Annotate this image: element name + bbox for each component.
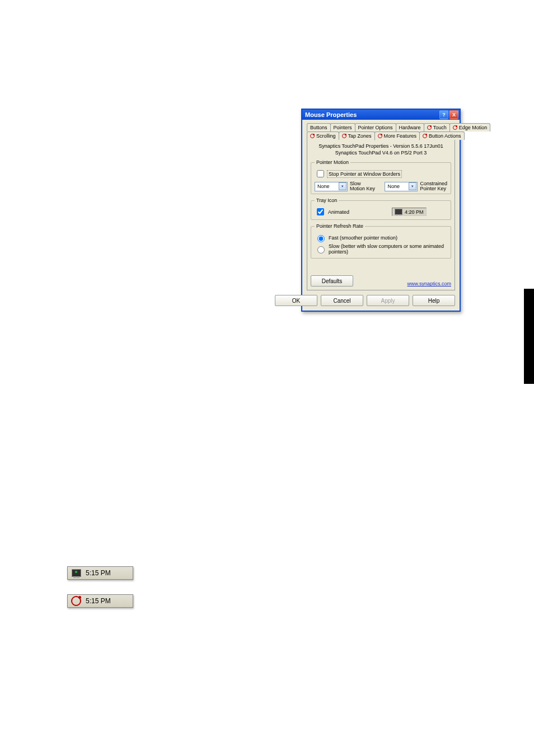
tabs: Buttons Pointers Pointer Options Hardwar… [307,123,455,139]
lbl-prr-fast: Fast (smoother pointer motion) [329,235,397,241]
tab-more-features[interactable]: More Features [374,132,420,140]
synaptics-link[interactable]: www.synaptics.com [407,281,451,287]
tray-time-2: 5:15 PM [86,597,111,605]
close-title-button[interactable]: X [449,110,458,119]
tabrow-1: Buttons Pointers Pointer Options Hardwar… [307,123,455,132]
lbl-slow-motion-key: Slow Motion Key [350,181,375,191]
group-pointer-refresh-rate: Pointer Refresh Rate Fast (smoother poin… [311,223,451,259]
help-button[interactable]: Help [413,295,455,306]
synaptics-icon [378,134,382,138]
combo-constrained-pointer-key-value: None [387,184,400,189]
tray-example-synaptics: 5:15 PM [67,594,133,608]
tab-tap-zones[interactable]: Tap Zones [339,132,375,140]
dialog-buttons: OK Cancel Apply Help [307,290,455,306]
radio-prr-fast[interactable] [317,235,325,242]
chk-stop-at-borders[interactable] [317,170,324,177]
chevron-down-icon: ▾ [409,182,416,190]
page-side-tab [524,289,534,384]
driver-version: Synaptics TouchPad Properties - Version … [311,143,451,150]
tray-example-touchpad: 5:15 PM [67,566,133,580]
tray-time-1: 5:15 PM [86,569,111,577]
synaptics-icon [453,125,457,130]
lbl-stop-at-borders: Stop Pointer at Window Borders [328,171,401,177]
tab-scrolling[interactable]: Scrolling [307,132,339,140]
tab-hardware[interactable]: Hardware [396,123,424,132]
cancel-button[interactable]: Cancel [321,295,363,306]
mouse-properties-dialog: Mouse Properties ? X Buttons Pointers Po… [301,109,461,312]
ok-button[interactable]: OK [275,295,317,306]
tab-touch[interactable]: Touch [424,123,450,132]
defaults-button[interactable]: Defaults [311,275,353,287]
chevron-down-icon: ▾ [339,182,346,190]
apply-button[interactable]: Apply [367,295,409,306]
tabpage-more-features: Synaptics TouchPad Properties - Version … [307,138,455,290]
lbl-prr-slow: Slow (better with slow computers or some… [329,243,447,255]
chk-animated[interactable] [317,208,324,215]
driver-info: Synaptics TouchPad Properties - Version … [311,143,451,156]
synaptics-tray-icon[interactable] [71,597,81,605]
tray-preview: 4:20 PM [392,208,427,216]
tab-pointers[interactable]: Pointers [330,123,355,132]
device-info: Synaptics TouchPad V4.6 on PS/2 Port 3 [311,150,451,157]
title-text: Mouse Properties [305,111,357,118]
tab-edge-motion[interactable]: Edge Motion [449,123,491,132]
combo-slow-motion-key-value: None [317,184,330,189]
tab-pointer-options[interactable]: Pointer Options [355,123,396,132]
synaptics-icon [423,134,427,138]
help-title-button[interactable]: ? [439,110,448,119]
touchpad-tray-icon[interactable] [71,569,81,577]
lbl-constrained-pointer-key: Constrained Pointer Key [420,181,447,191]
tab-buttons[interactable]: Buttons [307,123,331,132]
tabrow-2: Scrolling Tap Zones More Features Button… [307,132,455,140]
dialog-client: Buttons Pointers Pointer Options Hardwar… [302,120,460,311]
combo-slow-motion-key[interactable]: None ▾ [315,182,348,191]
radio-prr-slow[interactable] [317,246,325,253]
tray-preview-time: 4:20 PM [405,209,424,215]
titlebar: Mouse Properties ? X [302,110,460,120]
synaptics-icon [310,134,315,138]
synaptics-icon [427,125,432,130]
lbl-animated: Animated [328,209,349,215]
tab-button-actions[interactable]: Button Actions [419,132,465,140]
touchpad-icon [395,209,402,215]
group-pointer-motion: Pointer Motion Stop Pointer at Window Bo… [311,159,451,194]
legend-tray-icon: Tray Icon [315,198,339,203]
legend-prr: Pointer Refresh Rate [315,223,365,229]
group-tray-icon: Tray Icon Animated 4:20 PM [311,198,451,220]
combo-constrained-pointer-key[interactable]: None ▾ [385,182,418,191]
legend-pointer-motion: Pointer Motion [315,159,350,165]
synaptics-icon [342,134,346,138]
